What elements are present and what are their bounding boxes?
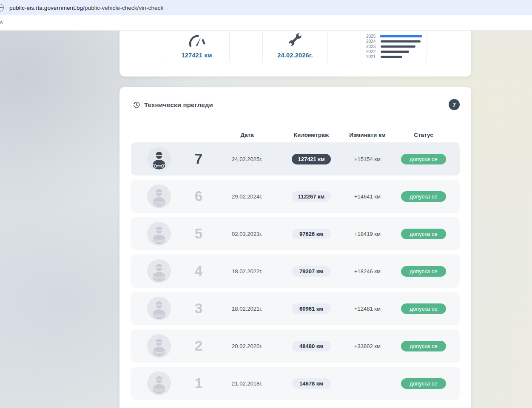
mechanic-icon [147,184,171,208]
inspections-list: 7 24.02.2025г. 127421 км +15154 км допус… [131,142,460,404]
mechanic-icon [147,334,171,358]
distance-delta: +14641 км [338,180,397,213]
chart-year-label: 2022 [366,49,378,54]
odometer-badge: 127421 км [292,154,331,164]
mechanic-icon [147,297,171,320]
mechanic-icon [147,371,171,395]
chart-rows: 20252024202320222021 [366,34,422,59]
odometer-badge: 112267 км [292,191,331,202]
inspection-date: 24.02.2025г. [217,142,277,176]
inspection-number: 4 [186,255,211,288]
distance-delta: +12481 км [338,292,397,325]
column-header-status: Статус [390,132,458,138]
status-badge: допуска се [401,191,446,202]
mechanic-avatar [147,147,171,171]
browser-url-bar[interactable]: public-eis.rta.government.bg/public-vehi… [0,0,532,15]
inspection-row: 7 24.02.2025г. 127421 км +15154 км допус… [131,142,460,176]
chart-bar [380,35,422,37]
distance-delta: +18419 км [338,217,397,250]
odometer-value: 127421 км [181,52,212,59]
column-header-odometer: Километраж [283,132,339,138]
inspection-date: 02.03.2023г. [217,217,277,250]
chart-bar [381,51,409,53]
mechanic-avatar [147,334,171,358]
chart-row: 2023 [366,44,422,49]
bookmark-item-partial[interactable]: ks [0,20,3,26]
mechanic-icon [147,259,171,283]
next-inspection-date: 24.02.2026г. [277,52,313,59]
chart-year-label: 2025 [366,34,377,39]
odometer-badge: 48480 км [292,341,331,351]
status-badge: допуска се [401,266,446,277]
inspections-card: Технически прегледи 7 Дата Километраж Из… [119,87,471,408]
mechanic-avatar [147,297,171,320]
distance-delta: +18246 км [338,255,397,288]
chart-row: 2021 [366,54,422,59]
chart-row: 2022 [366,49,422,54]
status-badge: допуска се [401,303,446,314]
status-badge: допуска се [401,154,446,164]
inspection-number: 1 [186,367,211,400]
inspection-date: 18.02.2021г. [217,292,277,325]
odometer-badge: 14678 км [292,378,331,389]
status-badge: допуска се [401,341,446,351]
mechanic-avatar [147,371,171,395]
history-icon [133,102,140,108]
chart-row: 2025 [366,34,422,39]
inspection-number: 2 [186,329,211,363]
inspection-number: 7 [186,142,211,176]
inspections-title: Технически прегледи [144,101,213,108]
chart-bar [381,56,402,58]
url-path: /public-vehicle-check/vin-check [83,5,163,11]
odometer-badge: 97626 км [292,229,331,239]
status-badge: допуска се [401,229,446,239]
chart-row: 2024 [366,39,422,44]
mechanic-avatar [147,222,171,246]
inspection-number: 6 [186,180,211,213]
mechanic-icon [147,222,171,246]
odometer-badge: 60961 км [292,303,331,314]
inspection-row: 1 21.02.2018г. 14678 км - допуска се [131,367,460,400]
mechanic-avatar [147,259,171,283]
column-header-delta: Изминати км [338,132,397,138]
inspection-row: 4 18.02.2022г. 79207 км +18246 км допуск… [131,255,460,288]
distance-delta: +33802 км [338,329,397,363]
inspection-date: 21.02.2018г. [217,367,277,400]
inspection-number: 5 [186,217,211,250]
chart-bar [381,40,421,42]
speedometer-icon [188,34,206,48]
screen: 127421 км 24.02.2026г. 20252024202320222… [0,0,532,408]
inspections-header: Технически прегледи 7 [119,87,471,121]
site-info-icon[interactable] [0,4,4,11]
odometer-badge: 79207 км [292,266,331,277]
url-domain: public-eis.rta.government.bg [9,5,83,11]
column-header-date: Дата [217,132,277,138]
inspection-date: 18.02.2022г. [217,255,277,288]
table-column-headers: Дата Километраж Изминати км Статус [131,128,460,144]
chart-bar [381,45,415,48]
chart-year-label: 2024 [366,39,378,44]
inspection-row: 3 18.02.2021г. 60961 км +12481 км допуск… [131,292,460,325]
distance-delta: +15154 км [338,142,397,176]
inspections-count-badge: 7 [449,99,460,110]
inspection-date: 29.02.2024г. [217,180,277,213]
mechanic-icon [147,147,171,171]
chart-year-label: 2021 [366,54,378,59]
wrench-icon [287,31,303,48]
inspection-date: 20.02.2020г. [217,329,277,363]
url-text[interactable]: public-eis.rta.government.bg/public-vehi… [9,5,163,11]
mechanic-avatar [147,184,171,208]
chart-year-label: 2023 [366,44,378,49]
distance-delta: - [338,367,397,400]
inspection-row: 6 29.02.2024г. 112267 км +14641 км допус… [131,180,460,213]
inspection-row: 5 02.03.2023г. 97626 км +18419 км допуск… [131,217,460,250]
bookmarks-bar: ks [0,15,532,31]
status-badge: допуска се [401,378,446,389]
inspection-row: 2 20.02.2020г. 48480 км +33802 км допуск… [131,329,460,363]
inspection-number: 3 [186,292,211,325]
